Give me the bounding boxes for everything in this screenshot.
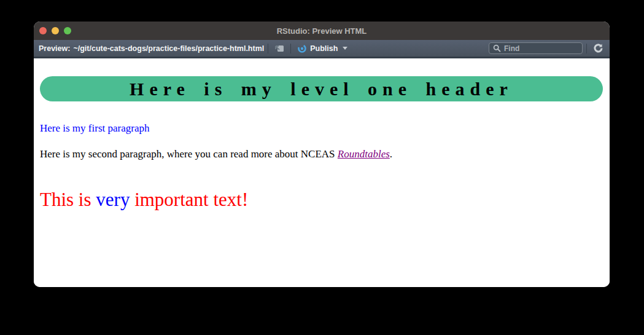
window-title: RStudio: Preview HTML <box>34 26 610 36</box>
roundtables-link[interactable]: Roundtables <box>338 148 390 160</box>
close-button[interactable] <box>39 27 47 34</box>
file-path: ~/git/cute-cats-dogs/practice-files/prac… <box>73 44 264 53</box>
rstudio-preview-window: RStudio: Preview HTML Preview: ~/git/cut… <box>34 22 610 287</box>
important-text-red-end: important text! <box>130 189 248 210</box>
search-icon <box>493 44 501 52</box>
second-paragraph-text: Here is my second paragraph, where you c… <box>40 148 338 160</box>
publish-label: Publish <box>310 44 338 53</box>
refresh-button[interactable] <box>591 42 606 55</box>
important-text-red-start: This is <box>40 189 96 210</box>
preview-document: Here is my level one header Here is my f… <box>34 58 610 287</box>
publish-button[interactable]: Publish <box>295 42 350 55</box>
level-one-header: Here is my level one header <box>40 76 603 101</box>
zoom-button[interactable] <box>64 27 71 34</box>
second-paragraph: Here is my second paragraph, where you c… <box>40 148 603 160</box>
traffic-lights <box>34 27 71 34</box>
find-box[interactable] <box>489 42 583 54</box>
second-paragraph-period: . <box>390 148 392 160</box>
toolbar-divider <box>586 44 587 53</box>
chevron-down-icon <box>343 47 347 50</box>
refresh-icon <box>593 43 603 53</box>
open-in-new-window-icon <box>274 44 284 53</box>
find-input[interactable] <box>504 44 572 53</box>
toolbar-divider <box>268 44 268 53</box>
important-text: This is very important text! <box>40 189 603 210</box>
first-paragraph: Here is my first paragraph <box>40 122 603 135</box>
important-text-blue-word: very <box>96 189 130 210</box>
toolbar: Preview: ~/git/cute-cats-dogs/practice-f… <box>34 40 610 58</box>
toolbar-divider <box>290 44 291 53</box>
open-in-browser-button[interactable] <box>272 43 287 54</box>
publish-icon <box>297 44 307 53</box>
preview-label: Preview: <box>39 44 70 53</box>
minimize-button[interactable] <box>52 27 59 34</box>
titlebar: RStudio: Preview HTML <box>34 22 610 40</box>
